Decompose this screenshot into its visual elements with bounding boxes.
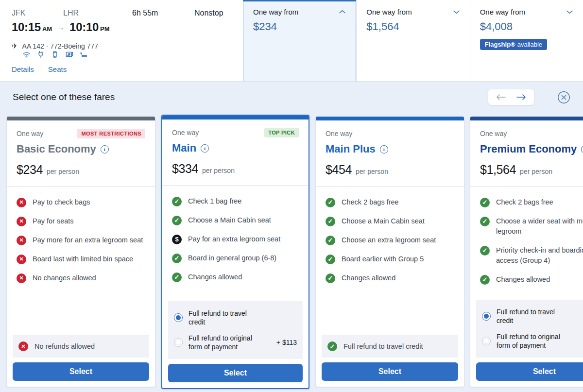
flight-links: Details Seats xyxy=(12,65,67,73)
refund-option-travel-credit[interactable]: Full refund to travel credit xyxy=(174,306,297,330)
flight-info: JFK LHR 6h 55m Nonstop 10:15AM → 10:10PM… xyxy=(0,0,243,81)
fare-class-tabs: One way from $234 One way from $1,564 On… xyxy=(243,0,583,81)
x-circle-icon xyxy=(18,341,28,351)
feature-item: Pay for seats xyxy=(17,212,145,231)
check-circle-icon xyxy=(172,254,182,263)
x-circle-icon xyxy=(17,273,26,283)
feature-item: Changes allowed xyxy=(480,270,583,289)
fare-name: Main xyxy=(172,142,196,154)
tab-price: $4,008 xyxy=(480,20,573,33)
refund-option-travel-credit[interactable]: Full refund to travel credit xyxy=(482,304,583,328)
feature-item: Priority check-in and boarding access (G… xyxy=(480,241,583,270)
feature-list: Check 2 bags free Choose a Main Cabin se… xyxy=(316,187,464,288)
tab-label: One way from xyxy=(253,8,298,16)
tab-business-fares[interactable]: One way from $4,008 Flagship®available xyxy=(470,0,583,81)
feature-list: Pay to check bags Pay for seats Pay more… xyxy=(7,187,155,288)
trip-type-label: One way xyxy=(480,130,507,137)
flight-times: 10:15AM → 10:10PM xyxy=(12,20,110,34)
tab-label: One way from xyxy=(366,8,412,16)
fare-pager xyxy=(488,89,534,105)
x-circle-icon xyxy=(17,255,26,264)
fare-card-basic-economy: One way MOST RESTRICTIONS Basic Economy … xyxy=(7,117,155,387)
dollar-circle-icon xyxy=(172,235,182,244)
feature-item: Board earlier with Group 5 xyxy=(326,250,454,269)
radio-selected-icon[interactable] xyxy=(482,312,491,321)
details-link[interactable]: Details xyxy=(12,65,34,73)
card-header: One way TOP PICK Main i $334 per person xyxy=(162,119,309,186)
tab-premium-economy-fares[interactable]: One way from $1,564 xyxy=(356,0,469,81)
check-circle-icon xyxy=(326,236,335,245)
flight-stops: Nonstop xyxy=(194,9,223,17)
amenities-row xyxy=(22,51,88,58)
card-header: One way MOST RESTRICTIONS Basic Economy … xyxy=(7,120,155,187)
fare-cards-row: One way MOST RESTRICTIONS Basic Economy … xyxy=(0,113,583,392)
check-circle-icon xyxy=(172,273,182,282)
link-divider xyxy=(41,66,41,73)
select-premium-economy-button[interactable]: Select xyxy=(476,362,583,381)
check-circle-icon xyxy=(172,216,182,225)
airplane-icon: ✈ xyxy=(12,42,18,51)
most-restrictions-badge: MOST RESTRICTIONS xyxy=(77,129,145,138)
feature-item: Choose an extra legroom seat xyxy=(326,231,454,250)
refund-option-original-payment[interactable]: Full refund to original form of payment … xyxy=(174,330,297,355)
info-icon[interactable]: i xyxy=(380,145,388,153)
per-person-label: per person xyxy=(202,167,235,174)
flight-summary-bar: JFK LHR 6h 55m Nonstop 10:15AM → 10:10PM… xyxy=(0,0,583,82)
check-circle-icon xyxy=(172,197,182,206)
info-icon[interactable]: i xyxy=(101,145,109,153)
arrow-right-icon: → xyxy=(57,23,65,32)
feature-item: Check 2 bags free xyxy=(480,193,583,212)
chevron-up-icon xyxy=(339,7,346,16)
trip-type-label: One way xyxy=(326,130,352,137)
top-pick-badge: TOP PICK xyxy=(264,128,299,137)
close-icon xyxy=(557,91,570,104)
x-circle-icon xyxy=(17,217,26,226)
card-footer: Full refund to travel credit Select xyxy=(316,335,464,387)
feature-item: Choose a Main Cabin seat xyxy=(172,211,299,230)
feature-item: Pay more for an extra legroom seat xyxy=(17,231,145,250)
refund-options-group: Full refund to travel credit Full refund… xyxy=(476,300,583,358)
card-color-bar xyxy=(162,116,309,119)
wifi-icon xyxy=(22,51,31,58)
seats-link[interactable]: Seats xyxy=(48,65,67,73)
fare-card-main-plus: One way Main Plus i $454 per person Chec… xyxy=(316,117,464,387)
lie-flat-seat-icon xyxy=(80,51,88,58)
fare-price: $334 xyxy=(172,162,198,176)
check-circle-icon xyxy=(326,217,335,226)
tab-economy-fares[interactable]: One way from $234 xyxy=(243,0,356,81)
tab-price: $1,564 xyxy=(366,20,460,33)
card-color-bar xyxy=(7,117,155,120)
entertainment-icon xyxy=(65,51,73,58)
select-basic-economy-button[interactable]: Select xyxy=(13,362,149,381)
info-icon[interactable]: i xyxy=(201,144,209,153)
radio-unselected-icon[interactable] xyxy=(174,338,183,347)
check-circle-icon xyxy=(480,275,490,285)
flight-number: AA 142 · 772-Boeing 777 xyxy=(22,42,98,50)
card-header: One way Main Plus i $454 per person xyxy=(316,120,464,187)
x-circle-icon xyxy=(17,198,26,207)
radio-selected-icon[interactable] xyxy=(174,313,183,322)
radio-unselected-icon[interactable] xyxy=(482,337,491,345)
destination-code: LHR xyxy=(63,9,79,17)
info-icon[interactable]: i xyxy=(581,145,583,153)
trip-type-label: One way xyxy=(17,130,43,137)
arrive-time: 10:10PM xyxy=(69,20,109,34)
fare-modal-header: Select one of these fares xyxy=(0,82,583,113)
previous-fares-button[interactable] xyxy=(496,94,506,101)
select-main-plus-button[interactable]: Select xyxy=(322,362,458,381)
refund-option-original-payment[interactable]: Full refund to original form of payment xyxy=(482,329,583,353)
refund-extra-cost: + $113 xyxy=(276,339,297,346)
feature-item: Changes allowed xyxy=(326,269,454,288)
fare-name: Main Plus xyxy=(326,143,376,155)
fare-price: $454 xyxy=(326,163,352,177)
select-main-button[interactable]: Select xyxy=(168,364,303,382)
close-modal-button[interactable] xyxy=(557,91,570,104)
card-header: One way Premium Economy i $1,564 per per… xyxy=(470,120,583,187)
check-circle-icon xyxy=(326,273,335,283)
arrow-right-icon xyxy=(516,94,526,101)
check-circle-icon xyxy=(480,217,490,226)
feature-item: Board last with limited bin space xyxy=(17,250,145,269)
next-fares-button[interactable] xyxy=(516,94,526,101)
tab-price: $234 xyxy=(253,20,346,33)
feature-item: Check 1 bag free xyxy=(172,192,299,211)
